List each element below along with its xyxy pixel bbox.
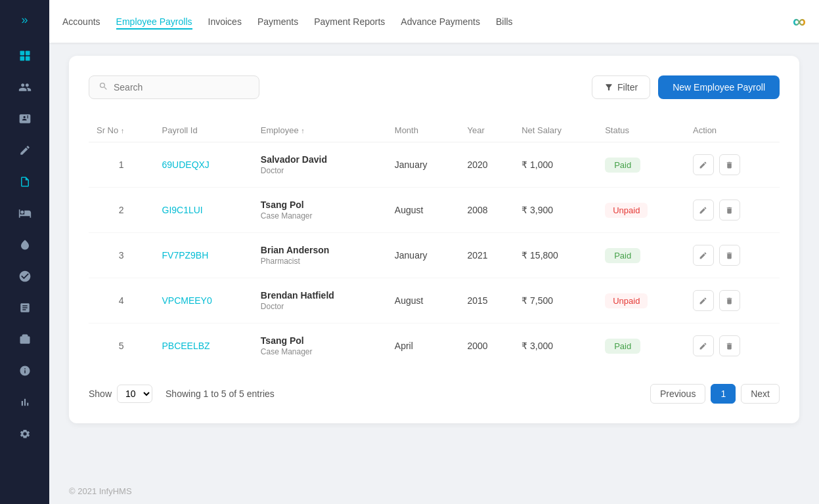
payroll-table: Sr No ↑ Payroll Id Employee ↑ Month Year… xyxy=(89,119,780,368)
delete-button[interactable] xyxy=(719,154,740,175)
sidebar: » xyxy=(0,0,49,504)
cell-sr: 1 xyxy=(89,142,154,188)
col-employee: Employee ↑ xyxy=(253,119,387,142)
cell-net-salary: ₹ 3,000 xyxy=(514,324,597,369)
pagination: Previous 1 Next xyxy=(650,384,780,404)
delete-button[interactable] xyxy=(719,335,740,356)
cell-payroll-id[interactable]: VPCMEEY0 xyxy=(154,278,253,324)
sidebar-item-report[interactable] xyxy=(12,295,38,321)
col-sr-no: Sr No ↑ xyxy=(89,119,154,142)
search-input[interactable] xyxy=(114,82,250,93)
page-1-button[interactable]: 1 xyxy=(711,384,736,404)
cell-payroll-id[interactable]: FV7PZ9BH xyxy=(154,233,253,278)
filter-button[interactable]: Filter xyxy=(592,75,650,99)
show-label: Show xyxy=(89,388,112,399)
sidebar-item-drop[interactable] xyxy=(12,232,38,258)
entries-info: Showing 1 to 5 of 5 entries xyxy=(166,388,275,399)
svg-rect-0 xyxy=(20,51,24,56)
top-navigation: Accounts Employee Payrolls Invoices Paym… xyxy=(49,0,819,43)
edit-button[interactable] xyxy=(693,200,714,220)
nav-accounts[interactable]: Accounts xyxy=(62,14,100,30)
sidebar-item-nurse[interactable] xyxy=(12,358,38,384)
copyright-text: © 2021 InfyHMS xyxy=(69,486,132,496)
sidebar-item-dashboard[interactable] xyxy=(12,43,38,69)
cell-action xyxy=(685,324,780,369)
cell-net-salary: ₹ 1,000 xyxy=(514,142,597,188)
search-icon xyxy=(99,81,108,93)
cell-year: 2015 xyxy=(459,278,514,324)
entries-select[interactable]: 10 25 50 xyxy=(117,385,152,403)
cell-year: 2008 xyxy=(459,188,514,233)
status-badge: Unpaid xyxy=(605,203,648,218)
table-row: 1 69UDEQXJ Salvador David Doctor January… xyxy=(89,142,780,188)
cell-employee: Tsang Pol Case Manager xyxy=(253,188,387,233)
cell-status: Unpaid xyxy=(597,278,685,324)
svg-rect-2 xyxy=(20,56,24,61)
sidebar-item-users[interactable] xyxy=(12,74,38,100)
table-header-row: Sr No ↑ Payroll Id Employee ↑ Month Year… xyxy=(89,119,780,142)
delete-button[interactable] xyxy=(719,200,740,220)
edit-button[interactable] xyxy=(693,245,714,266)
col-payroll-id: Payroll Id xyxy=(154,119,253,142)
nav-payments[interactable]: Payments xyxy=(257,14,298,30)
cell-year: 2020 xyxy=(459,142,514,188)
new-employee-payroll-button[interactable]: New Employee Payroll xyxy=(658,75,780,99)
cell-month: April xyxy=(387,324,460,369)
table-row: 5 PBCEELBZ Tsang Pol Case Manager April … xyxy=(89,324,780,369)
status-badge: Paid xyxy=(605,248,640,263)
nav-links: Accounts Employee Payrolls Invoices Paym… xyxy=(62,14,793,30)
nav-invoices[interactable]: Invoices xyxy=(208,14,242,30)
col-action: Action xyxy=(685,119,780,142)
cell-payroll-id[interactable]: GI9C1LUI xyxy=(154,188,253,233)
svg-rect-3 xyxy=(25,56,30,61)
status-badge: Paid xyxy=(605,158,640,173)
sidebar-item-pen[interactable] xyxy=(12,137,38,163)
prev-page-button[interactable]: Previous xyxy=(650,384,705,404)
sidebar-item-briefcase[interactable] xyxy=(12,326,38,352)
edit-button[interactable] xyxy=(693,335,714,356)
filter-label: Filter xyxy=(617,82,638,93)
nav-employee-payrolls[interactable]: Employee Payrolls xyxy=(116,14,192,30)
cell-action xyxy=(685,233,780,278)
cell-year: 2021 xyxy=(459,233,514,278)
table-row: 3 FV7PZ9BH Brian Anderson Pharmacist Jan… xyxy=(89,233,780,278)
cell-action xyxy=(685,188,780,233)
sidebar-item-settings[interactable] xyxy=(12,421,38,447)
cell-status: Paid xyxy=(597,324,685,369)
sidebar-toggle[interactable]: » xyxy=(16,8,33,32)
delete-button[interactable] xyxy=(719,290,740,311)
cell-month: January xyxy=(387,142,460,188)
page-body: Filter New Employee Payroll Sr No ↑ Payr… xyxy=(49,43,819,478)
sidebar-item-id[interactable] xyxy=(12,106,38,132)
cell-action xyxy=(685,278,780,324)
nav-advance-payments[interactable]: Advance Payments xyxy=(401,14,480,30)
sidebar-item-payroll[interactable] xyxy=(12,169,38,195)
edit-button[interactable] xyxy=(693,154,714,175)
next-page-button[interactable]: Next xyxy=(741,384,780,404)
delete-button[interactable] xyxy=(719,245,740,266)
status-badge: Unpaid xyxy=(605,293,648,308)
svg-rect-1 xyxy=(25,51,30,56)
cell-status: Paid xyxy=(597,233,685,278)
toolbar: Filter New Employee Payroll xyxy=(89,75,780,99)
app-logo: ∞ xyxy=(793,11,806,32)
table-row: 4 VPCMEEY0 Brendan Hatfield Doctor Augus… xyxy=(89,278,780,324)
cell-payroll-id[interactable]: 69UDEQXJ xyxy=(154,142,253,188)
cell-action xyxy=(685,142,780,188)
cell-employee: Brendan Hatfield Doctor xyxy=(253,278,387,324)
cell-year: 2000 xyxy=(459,324,514,369)
sidebar-item-doctor[interactable] xyxy=(12,263,38,289)
cell-sr: 5 xyxy=(89,324,154,369)
sidebar-item-bar-chart[interactable] xyxy=(12,389,38,415)
main-content: Accounts Employee Payrolls Invoices Paym… xyxy=(49,0,819,504)
show-entries: Show 10 25 50 xyxy=(89,385,152,403)
edit-button[interactable] xyxy=(693,290,714,311)
sidebar-item-bed[interactable] xyxy=(12,200,38,226)
nav-payment-reports[interactable]: Payment Reports xyxy=(314,14,385,30)
cell-net-salary: ₹ 7,500 xyxy=(514,278,597,324)
cell-net-salary: ₹ 15,800 xyxy=(514,233,597,278)
nav-bills[interactable]: Bills xyxy=(496,14,513,30)
cell-payroll-id[interactable]: PBCEELBZ xyxy=(154,324,253,369)
cell-status: Paid xyxy=(597,142,685,188)
page-footer: © 2021 InfyHMS xyxy=(49,478,819,504)
